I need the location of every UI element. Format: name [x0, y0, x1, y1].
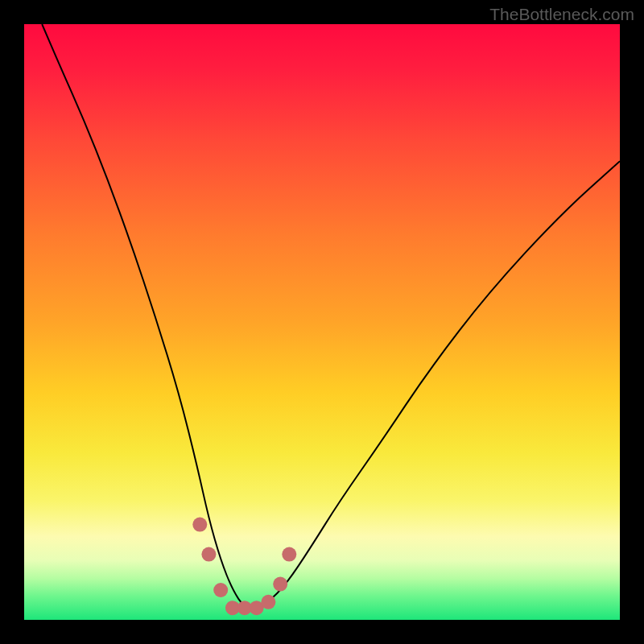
curve-overlay: [24, 24, 620, 620]
plot-area: [24, 24, 620, 620]
highlight-marker: [213, 583, 228, 597]
highlight-marker: [201, 547, 216, 562]
bottleneck-curve: [42, 24, 620, 608]
highlight-marker: [192, 518, 207, 532]
highlight-marker: [261, 595, 275, 609]
watermark-text: TheBottleneck.com: [489, 5, 634, 24]
marker-group: [192, 518, 296, 616]
highlight-marker: [273, 577, 287, 592]
highlight-marker: [282, 547, 296, 562]
